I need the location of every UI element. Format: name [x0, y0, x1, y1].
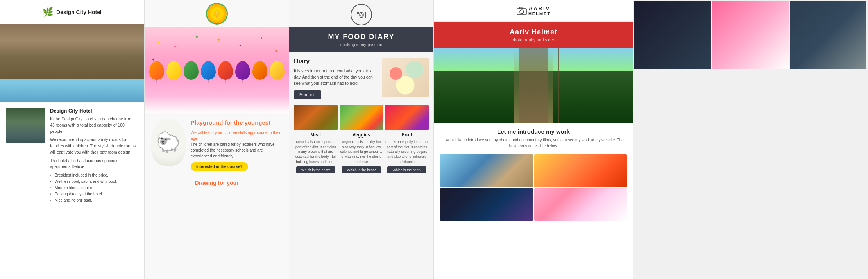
drawing-section: Drawing for your [145, 177, 289, 189]
sun-logo-icon: ☀️ [207, 4, 227, 23]
brand-name-line1: AARIV [528, 5, 551, 11]
sheep-mascot: 🐑 [151, 119, 186, 166]
food-card-veggies: Veggies Vegetables is healthy but also v… [340, 105, 383, 173]
playground-para2: The children are cared for by lecturers … [191, 141, 283, 159]
diary-heading: Diary [294, 58, 378, 65]
aariv-header: AARIV HELMET [434, 0, 633, 22]
hotel-body: Design City Hotel In the Design City Hot… [0, 102, 144, 209]
diary-image [382, 58, 429, 97]
fruit-title: Fruit [385, 132, 429, 138]
fruit-description: Fruit is an equally important part of th… [385, 140, 429, 164]
forest-background [434, 48, 633, 123]
aariv-red-subtitle: photography and video [438, 38, 629, 42]
extra-gallery-3 [790, 1, 866, 69]
food-card-fruit: Fruit Fruit is an equally important part… [385, 105, 429, 173]
fruit-button[interactable]: Which is the best? [387, 166, 427, 173]
panel-hotel: 🌿 Design City Hotel Design City Hotel In… [0, 0, 145, 279]
panel-extra [633, 0, 868, 279]
diary-description: It is very important to record what you … [294, 68, 378, 86]
food-diary-subtitle: - cooking is my passion - [293, 42, 430, 47]
panel-kids: ☀️ ★ ✦ ★ ✦ ★ ✦ ★ ✦ ★ 🐑 [145, 0, 289, 279]
kids-logo: ☀️ [145, 0, 289, 27]
veggies-description: Vegetables is healthy but also very tast… [340, 140, 383, 164]
balloon-orange2 [252, 61, 267, 80]
aariv-red-bar: Aariv Helmet photography and video [434, 22, 633, 48]
playground-text: Playground for the youngest We will teac… [191, 119, 283, 171]
aariv-gallery [434, 154, 633, 221]
balloon-blue [201, 61, 216, 80]
playground-section: 🐑 Playground for the youngest We will te… [145, 113, 289, 177]
gallery-image-3 [440, 188, 533, 221]
balloon-yellow2 [270, 61, 285, 80]
aariv-intro-text: I would like to introduce you my photos … [440, 137, 627, 149]
hotel-para2: We recommend spacious family rooms for f… [50, 137, 138, 155]
hotel-para1: In the Design City Hotel you can choose … [50, 116, 138, 134]
aariv-hero-image [434, 48, 633, 123]
meat-button[interactable]: Which is the best? [296, 166, 336, 173]
hotel-thumbnail [6, 108, 45, 143]
hotel-content-title: Design City Hotel [50, 108, 138, 114]
hotel-para3: The hotel also has luxurious spacious ap… [50, 158, 138, 170]
extra-gallery-2 [712, 1, 789, 69]
hotel-amenities-list: Breakfast included in the price. Wellnes… [50, 172, 138, 204]
hotel-hero-image [0, 24, 145, 102]
gallery-image-4 [534, 188, 627, 221]
camera-icon [516, 7, 527, 15]
amenity-fitness: Modern fitness center. [55, 185, 138, 191]
balloon-yellow [166, 61, 181, 80]
amenity-breakfast: Breakfast included in the price. [55, 172, 138, 179]
gallery-image-1 [440, 154, 533, 187]
food-diary-header: MY FOOD DIARY - cooking is my passion - [289, 27, 433, 52]
balloon-red [218, 61, 233, 80]
balloons-hero: ★ ✦ ★ ✦ ★ ✦ ★ ✦ ★ [145, 27, 289, 113]
food-diary-title: MY FOOD DIARY [293, 33, 430, 41]
panel-food-diary: 🍽 MY FOOD DIARY - cooking is my passion … [289, 0, 434, 279]
playground-title: Playground for the youngest [191, 119, 283, 127]
meat-title: Meat [294, 132, 338, 138]
leaf-icon: 🌿 [43, 7, 53, 17]
diary-section: Diary It is very important to record wha… [289, 52, 433, 105]
brand-name-line2: HELMET [528, 11, 551, 16]
aariv-intro: Let me introduce my work I would like to… [434, 123, 633, 154]
hotel-logo-text: Design City Hotel [56, 9, 102, 15]
balloon-purple [235, 61, 250, 80]
food-logo-circle-icon: 🍽 [351, 4, 372, 25]
hotel-text-block: Design City Hotel In the Design City Hot… [50, 108, 138, 204]
veggies-button[interactable]: Which is the best? [342, 166, 381, 173]
aariv-intro-title: Let me introduce my work [440, 128, 627, 135]
food-card-meat: Meat Meat is also an important part of t… [294, 105, 338, 173]
meat-description: Meat is also an important part of the di… [294, 140, 338, 164]
aariv-red-title: Aariv Helmet [438, 28, 629, 36]
diary-text-block: Diary It is very important to record wha… [294, 58, 382, 99]
gallery-image-2 [534, 154, 627, 187]
food-categories-grid: Meat Meat is also an important part of t… [289, 105, 433, 173]
drawing-title: Drawing for your [151, 180, 283, 186]
extra-gallery-row [633, 0, 868, 70]
meat-image [294, 105, 338, 130]
svg-point-1 [520, 10, 524, 14]
veggies-title: Veggies [340, 132, 383, 138]
amenity-wellness: Wellness pool, sauna and whirlpool. [55, 179, 138, 185]
balloon-row [149, 61, 285, 80]
balloon-orange [149, 61, 164, 80]
more-info-button[interactable]: More info [294, 90, 321, 99]
hotel-header: 🌿 Design City Hotel [0, 0, 144, 24]
extra-gallery-1 [634, 1, 711, 69]
interested-button[interactable]: Interested in the course? [191, 162, 248, 171]
panel-aariv-helmet: AARIV HELMET Aariv Helmet photography an… [434, 0, 633, 279]
playground-para1: We will teach your children skills appro… [191, 130, 283, 141]
veggies-image [340, 105, 383, 130]
food-diary-logo: 🍽 [289, 0, 433, 27]
fruit-image [385, 105, 429, 130]
amenity-parking: Parking directly at the hotel. [55, 191, 138, 197]
balloon-green [184, 61, 199, 80]
amenity-staff: Nice and helpful staff. [55, 197, 138, 204]
